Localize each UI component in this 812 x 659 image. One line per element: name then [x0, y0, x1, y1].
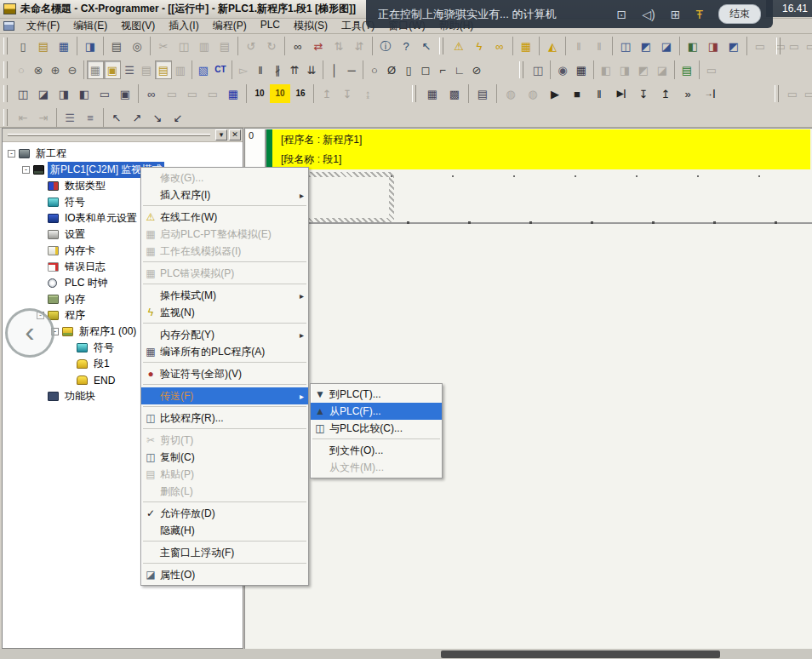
menu-view[interactable]: 视图(V): [114, 17, 162, 35]
watch-1-button[interactable]: ▭: [162, 84, 182, 103]
sim-window-2-button[interactable]: ▩: [443, 84, 466, 103]
zoom-out-button[interactable]: ⊖: [64, 60, 81, 79]
win-symbols-button[interactable]: ◧: [74, 84, 94, 103]
submenu-item-to-file[interactable]: 到文件(O)...: [311, 442, 442, 459]
rung-comment-button[interactable]: ▤: [138, 60, 155, 79]
expander-new-plc1[interactable]: -: [22, 166, 30, 174]
gray-monitor-button[interactable]: ▭: [702, 60, 721, 79]
sim-step-in-button[interactable]: ↧: [632, 84, 655, 103]
indent-button[interactable]: ⇤: [13, 108, 33, 127]
zoom-in-button[interactable]: ⊕: [47, 60, 64, 79]
sim-run-button[interactable]: ▶: [544, 84, 566, 103]
sim-scan-button[interactable]: ◍: [500, 84, 522, 103]
online-edit-button[interactable]: ◭: [542, 37, 563, 55]
ctx-menu-item-compile-all-plc-programs[interactable]: ▦编译所有的PLC程序(A): [141, 343, 308, 360]
ctx-menu-item-modify[interactable]: 修改(G)...: [141, 169, 308, 186]
context-help-button[interactable]: ↖: [416, 37, 437, 55]
ctx-menu-item-paste[interactable]: ▤粘贴(P): [141, 466, 308, 483]
outdent-button[interactable]: ⇥: [33, 108, 54, 127]
contact-no-button[interactable]: ‖: [252, 60, 269, 79]
pause-button[interactable]: ‖: [589, 37, 609, 55]
sim-db-button[interactable]: ▤: [472, 84, 494, 103]
coil-closed-button[interactable]: Ø: [383, 60, 400, 79]
redo-button[interactable]: ↻: [261, 37, 282, 55]
find-button[interactable]: ∞: [288, 37, 308, 55]
window-refresh-button[interactable]: ◫: [529, 60, 547, 79]
ctx-menu-item-float-in-main-window[interactable]: 主窗口上浮动(F): [141, 544, 308, 561]
tree-item-new-project[interactable]: -新工程: [3, 146, 243, 162]
ctx-menu-item-verify-symbols-all[interactable]: ●验证符号(全部)(V): [141, 365, 308, 382]
ctx-menu-item-copy[interactable]: ◫复制(C): [141, 449, 308, 466]
io-monitor-1-button[interactable]: ▭: [750, 37, 770, 55]
submenu-item-to-plc[interactable]: ▼到PLC(T)...: [311, 386, 442, 403]
instruction-nc-button[interactable]: ◻: [417, 60, 434, 79]
pause-monitor-button[interactable]: ‖: [569, 37, 589, 55]
nav-up-right-button[interactable]: ↗: [127, 108, 147, 127]
replace-button[interactable]: ⇄: [308, 37, 329, 55]
mon-1-button[interactable]: ▭: [784, 84, 801, 103]
panel-grip[interactable]: [8, 134, 210, 136]
find-up-button[interactable]: ⇅: [329, 37, 349, 55]
monitor-all-button[interactable]: ∞: [489, 37, 510, 55]
open-file-button[interactable]: ▤: [33, 37, 54, 55]
contact-nc-button[interactable]: ∦: [269, 60, 286, 79]
radix-hex-button[interactable]: 16: [290, 84, 311, 103]
radix-signed-decimal-button[interactable]: 10: [270, 84, 290, 103]
compare-with-plc-toolbar-button[interactable]: ◪: [656, 37, 677, 55]
ctx-menu-item-allow-docking[interactable]: ✓允许停放(D): [141, 505, 308, 522]
nav-up-left-button[interactable]: ↖: [106, 108, 127, 127]
check-4-button[interactable]: ◪: [653, 60, 672, 79]
list-expand-button[interactable]: ☰: [60, 108, 80, 127]
ctx-menu-item-work-online[interactable]: ⚠在线工作(W): [141, 209, 308, 226]
menu-simulation[interactable]: 模拟(S): [287, 17, 335, 35]
menu-insert[interactable]: 插入(I): [162, 17, 205, 35]
connection-icon[interactable]: Ŧ: [695, 9, 703, 20]
horizontal-line-button[interactable]: ─: [343, 60, 360, 79]
audio-icon[interactable]: ◁): [642, 9, 655, 20]
ctx-menu-item-start-plc-pt-simulation[interactable]: ▦启动PLC-PT整体模拟(E): [141, 226, 308, 243]
zoom-fit-button[interactable]: ⊗: [30, 60, 47, 79]
sim-step-run-button[interactable]: ◍: [522, 84, 544, 103]
sim-step-button[interactable]: ▶|: [610, 84, 632, 103]
help-button[interactable]: ?: [396, 37, 416, 55]
color-rungs-button[interactable]: ▤: [678, 60, 696, 79]
ctx-menu-item-insert-program[interactable]: 插入程序(I)▸: [141, 186, 308, 203]
mon-top-1-button[interactable]: ▭: [786, 37, 803, 55]
find-down-button[interactable]: ⇵: [349, 37, 369, 55]
paste-special-button[interactable]: ▤: [214, 37, 235, 55]
blue-grid-button[interactable]: ▦: [223, 84, 243, 103]
delete-line-button[interactable]: ⊘: [468, 60, 485, 79]
download-to-plc-button[interactable]: ◫: [615, 37, 636, 55]
watch-2-button[interactable]: ▭: [182, 84, 203, 103]
nav-down-right-button[interactable]: ↘: [147, 108, 168, 127]
end-session-button[interactable]: 结束: [718, 4, 761, 24]
force-off-button[interactable]: ◨: [703, 37, 723, 55]
ctx-menu-item-delete[interactable]: 删除(L): [141, 483, 308, 500]
panel-close-button[interactable]: ✕: [229, 129, 241, 140]
ctx-menu-item-hide[interactable]: 隐藏(H): [141, 522, 308, 539]
save-button[interactable]: ▦: [54, 37, 74, 55]
check-1-button[interactable]: ◧: [597, 60, 615, 79]
work-online-button[interactable]: ⚠: [449, 37, 469, 55]
contact-or-no-button[interactable]: ⇈: [286, 60, 303, 79]
submenu-item-from-plc[interactable]: ▲从PLC(F)...: [311, 403, 442, 420]
about-button[interactable]: ⓘ: [375, 37, 396, 55]
win-project-button[interactable]: ◫: [13, 84, 33, 103]
submenu-item-compare-with-plc[interactable]: ◫与PLC比较(C)...: [311, 420, 442, 437]
toggle-grid-button[interactable]: ▦: [87, 60, 104, 79]
ctx-menu-item-transfer[interactable]: 传送(F)▸: [141, 387, 308, 404]
force-cancel-button[interactable]: ◩: [723, 37, 744, 55]
print-button[interactable]: ▤: [106, 37, 127, 55]
ctx-menu-item-compare-program[interactable]: ◫比较程序(R)...: [141, 410, 308, 427]
paste-button[interactable]: ▥: [194, 37, 214, 55]
instruction-button[interactable]: ▯: [400, 60, 417, 79]
watch-3-button[interactable]: ▭: [203, 84, 223, 103]
find-window-button[interactable]: ∞: [141, 84, 162, 103]
contact-or-nc-button[interactable]: ⇊: [303, 60, 320, 79]
mon-2-button[interactable]: ▭: [801, 84, 812, 103]
sim-stop-button[interactable]: ■: [566, 84, 588, 103]
invert-button[interactable]: ⌐: [434, 60, 451, 79]
corner-button[interactable]: ∟: [451, 60, 468, 79]
go-previous-button[interactable]: ↥: [317, 84, 337, 103]
show-list-button[interactable]: ☰: [121, 60, 138, 79]
